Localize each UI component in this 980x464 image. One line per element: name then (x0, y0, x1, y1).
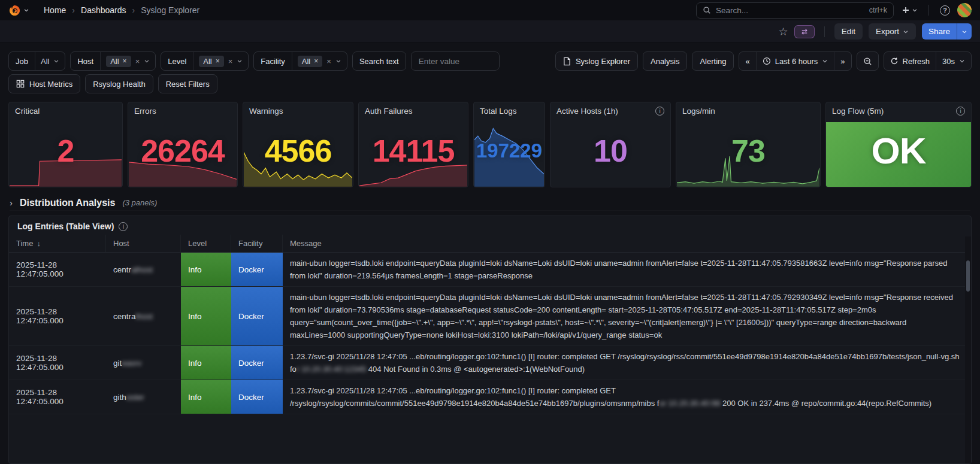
chevron-down-icon[interactable] (144, 58, 150, 64)
stat-panel-total-logs[interactable]: Total Logs 197229 (473, 102, 545, 187)
stat-panel-errors[interactable]: Errors 26264 (128, 102, 238, 187)
redacted-text: alhost (131, 265, 153, 274)
host-metrics-button[interactable]: Host Metrics (8, 74, 80, 93)
redacted-text: or 10.20.30.40:98 (659, 399, 722, 408)
chevron-down-icon[interactable] (335, 58, 341, 64)
sort-desc-icon: ↓ (37, 239, 41, 248)
dashboard-toggle-button[interactable] (794, 25, 815, 38)
stat-panel-logs-per-min[interactable]: Logs/min 73 (676, 102, 821, 187)
breadcrumb: Home › Dashboards › Syslog Explorer (44, 5, 199, 15)
reset-filters-button[interactable]: Reset Filters (158, 74, 217, 93)
time-range-picker[interactable]: Last 6 hours (756, 52, 834, 70)
document-icon (563, 57, 571, 66)
table-row[interactable]: 2025-11-28 12:47:05.000centralhostInfoDo… (9, 253, 971, 287)
stat-panel-critical[interactable]: Critical 2 (8, 102, 123, 187)
table-row[interactable]: 2025-11-28 12:47:05.000githosterInfoDock… (9, 380, 971, 414)
filter-job-value: All (41, 57, 49, 66)
cell-level: Info (181, 287, 231, 345)
link-alerting[interactable]: Alerting (692, 51, 734, 71)
table-body: 2025-11-28 12:47:05.000centralhostInfoDo… (9, 253, 971, 463)
help-button[interactable]: ? (936, 5, 954, 16)
table-row[interactable]: 2025-11-28 12:47:05.000giteasrvInfoDocke… (9, 346, 971, 380)
divider (824, 26, 825, 37)
stat-panel-active-hosts[interactable]: Active Hosts (1h)i 10 (550, 102, 671, 187)
section-title: Distribution Analysis (20, 198, 115, 208)
dashboard-toolbar: ☆ Edit Export Share (0, 20, 980, 43)
add-new-button[interactable] (897, 5, 921, 15)
section-distribution-analysis[interactable]: › Distribution Analysis (3 panels) (10, 195, 970, 211)
table-header-row: Time↓ Host Level Facility Message (9, 235, 971, 253)
question-icon: ? (940, 5, 950, 16)
search-text-input[interactable] (418, 56, 493, 66)
table-row[interactable]: 2025-11-28 12:47:05.000centralhostInfoDo… (9, 287, 971, 346)
stat-panel-auth-failures[interactable]: Auth Failures 14115 (358, 102, 468, 187)
panel-title: Log Entries (Table View) (17, 222, 114, 231)
cell-facility: Docker (231, 287, 283, 345)
filter-facility[interactable]: Facility All× × (253, 51, 347, 71)
filter-facility-chip[interactable]: All× (298, 56, 322, 67)
filter-level[interactable]: Level All× × (161, 51, 249, 71)
favorite-star-icon[interactable]: ☆ (779, 25, 788, 38)
chip-remove-icon[interactable]: × (216, 57, 220, 65)
scrollbar-thumb[interactable] (966, 260, 970, 292)
chevron-down-icon[interactable] (53, 58, 59, 64)
share-button[interactable]: Share (922, 23, 957, 40)
cell-host: centralhost (106, 287, 181, 345)
chip-remove-icon[interactable]: × (123, 57, 127, 65)
stat-panel-log-flow[interactable]: Log Flow (5m)i OK (825, 102, 972, 187)
panel-title: Active Hosts (1h) (556, 107, 618, 116)
scrollbar-track[interactable] (965, 236, 971, 463)
refresh-interval-picker[interactable]: 30s (936, 52, 971, 70)
column-header-facility[interactable]: Facility (231, 235, 283, 252)
column-label: Message (290, 239, 322, 248)
panel-title: Critical (15, 107, 40, 116)
grafana-logo[interactable] (8, 4, 29, 17)
share-menu-button[interactable] (957, 23, 972, 40)
info-icon[interactable]: i (956, 107, 965, 116)
rsyslog-health-button[interactable]: Rsyslog Health (85, 74, 153, 93)
filter-search-text: Search text (352, 51, 500, 71)
cell-level: Info (181, 380, 231, 414)
time-shift-back-button[interactable]: « (739, 52, 755, 70)
clear-icon[interactable]: × (326, 57, 331, 66)
cell-host: githoster (106, 380, 181, 414)
edit-button[interactable]: Edit (834, 23, 863, 40)
user-avatar[interactable] (957, 3, 972, 17)
column-header-level[interactable]: Level (181, 235, 231, 252)
filter-level-chip[interactable]: All× (199, 56, 223, 67)
cell-time: 2025-11-28 12:47:05.000 (9, 253, 106, 286)
chevron-down-icon[interactable] (237, 58, 243, 64)
link-label: Syslog Explorer (576, 57, 630, 66)
breadcrumb-home[interactable]: Home (44, 5, 66, 15)
divider (928, 5, 929, 16)
export-button[interactable]: Export (869, 23, 916, 40)
column-header-time[interactable]: Time↓ (9, 235, 106, 252)
panel-title: Logs/min (682, 107, 715, 116)
column-header-message[interactable]: Message (283, 235, 971, 252)
search-text-label: Search text (352, 51, 406, 71)
refresh-button[interactable]: Refresh (884, 52, 936, 70)
info-icon[interactable]: i (119, 222, 128, 231)
global-search-input[interactable]: Search... ctrl+k (696, 2, 894, 19)
info-icon[interactable]: i (655, 107, 664, 116)
redacted-text: r 10.20.30.40:12345 (297, 365, 368, 374)
time-zoom-out-button[interactable] (857, 51, 879, 71)
redacted-text: oster (126, 393, 144, 402)
column-label: Level (188, 239, 207, 248)
clear-icon[interactable]: × (228, 57, 233, 66)
breadcrumb-dashboards[interactable]: Dashboards (81, 5, 126, 15)
filter-job[interactable]: Job All (8, 51, 65, 71)
stat-panel-warnings[interactable]: Warnings 4566 (243, 102, 353, 187)
link-analysis[interactable]: Analysis (643, 51, 687, 71)
search-placeholder: Search... (716, 6, 864, 15)
chip-remove-icon[interactable]: × (314, 57, 318, 65)
chevron-down-icon (903, 29, 909, 35)
clear-icon[interactable]: × (135, 57, 140, 66)
link-syslog-explorer[interactable]: Syslog Explorer (555, 51, 638, 71)
cell-level: Info (181, 253, 231, 286)
time-shift-forward-button[interactable]: » (834, 52, 851, 70)
filter-host-chip[interactable]: All× (106, 56, 131, 67)
column-header-host[interactable]: Host (106, 235, 181, 252)
chevron-down-icon (822, 58, 828, 64)
filter-host[interactable]: Host All× × (70, 51, 156, 71)
